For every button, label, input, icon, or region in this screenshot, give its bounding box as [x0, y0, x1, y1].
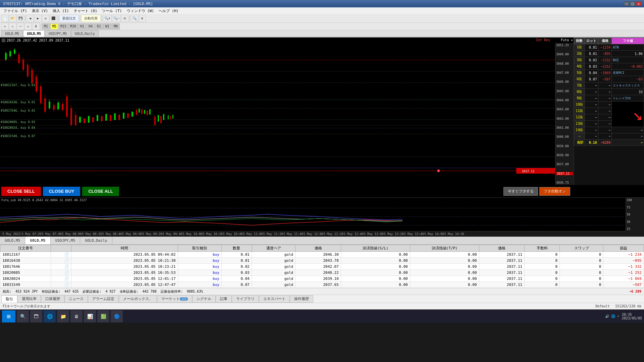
time-3: 5 May 08:00	[62, 232, 82, 236]
menu-file[interactable]: ファイル (F)	[1, 8, 29, 14]
toolbar-new-order[interactable]: 新規注文	[59, 15, 79, 22]
taskbar-taskview[interactable]: 🗖	[30, 310, 42, 322]
taskbar-search[interactable]: 🔍	[17, 310, 29, 322]
toolbar-fwd[interactable]: ▶	[34, 15, 42, 22]
sub-chart[interactable]: Futa_sub 49.9125 8.2643 42.8804 32.9365 …	[0, 198, 626, 231]
lot-end: −	[585, 133, 598, 139]
hline-tool[interactable]: ─	[17, 23, 24, 30]
main-chart[interactable]: ⬛ 2037.26 2037.42 2037.09 2037.11 Int Re…	[0, 38, 574, 185]
tf-m15[interactable]: M15	[59, 23, 68, 29]
minimize-button[interactable]: ─	[624, 1, 629, 6]
tf-h4[interactable]: H4	[87, 23, 95, 29]
pnl-10: −	[598, 102, 611, 108]
tab-article[interactable]: 記事	[216, 295, 232, 303]
seg-end: −	[574, 133, 585, 139]
price-3044: 3044.00	[556, 99, 573, 102]
toolbar-fit[interactable]: ⊡	[121, 15, 128, 22]
orders-tab-gold-daily[interactable]: GOLD,Daily	[80, 237, 112, 244]
close-buy-button[interactable]: CLOSE BUY	[43, 187, 80, 196]
tf-d1[interactable]: D1	[95, 23, 103, 29]
chart-tab-3[interactable]: GOLD,Daily	[71, 30, 99, 37]
tab-utilization[interactable]: 運用比率	[17, 295, 41, 303]
orders-tab-usdjpy[interactable]: USDJPY,M5	[51, 237, 80, 244]
order-swap-1: 0	[560, 252, 603, 258]
chart-tab-2[interactable]: USDJPY,M5	[45, 30, 70, 37]
orders-tab-gold-m5-1[interactable]: GOLD,M5	[25, 237, 50, 244]
taskbar-app1[interactable]: 🖥	[70, 310, 83, 322]
toolbar-back[interactable]: ◀	[26, 15, 34, 22]
menu-chart[interactable]: チャート (O)	[72, 8, 100, 14]
table-row: 7段 − − ストキャスティクス	[574, 82, 644, 89]
toolbar-open[interactable]: 📂	[9, 15, 16, 22]
futa-auto-button[interactable]: フタ自動オン	[539, 187, 570, 196]
toolbar-save[interactable]: 💾	[17, 15, 24, 22]
tab-history[interactable]: 口座履歴	[41, 295, 64, 303]
taskbar-app3[interactable]: 💹	[97, 310, 109, 322]
order-sl-6: 0.00	[341, 282, 410, 288]
tab-signal[interactable]: シグナル	[192, 295, 216, 303]
tf-w1[interactable]: W1	[103, 23, 111, 29]
futa-close[interactable]: Futa ✕	[561, 38, 573, 42]
tab-mailbox[interactable]: メールボックス。	[119, 295, 157, 303]
toolbar-zoom-out[interactable]: 🔍−	[112, 15, 121, 22]
time-11: 5 May 10:40	[223, 232, 243, 236]
order-pair-6: gold	[252, 282, 296, 288]
taskbar-edge[interactable]: 🌐	[44, 310, 56, 322]
order-icon-3: 📄	[51, 264, 71, 270]
futa-now-button[interactable]: 今すぐフタする	[503, 187, 538, 196]
toolbar-auto-trade[interactable]: 自動売買	[81, 15, 101, 22]
crosshair-tool[interactable]: ✛	[1, 23, 9, 30]
draw-tool[interactable]: ✏	[24, 23, 32, 30]
close-window-button[interactable]: ✕	[636, 1, 641, 6]
tab-news[interactable]: ニュース	[64, 295, 88, 303]
chart-tab-1[interactable]: GOLD,M5	[23, 30, 45, 37]
tf-h1[interactable]: H1	[78, 23, 86, 29]
time-7: 5 May 09:20	[142, 232, 162, 236]
toolbar-refresh[interactable]: ↻	[42, 15, 49, 22]
order-row-5: 18828024 📄 2023.05.05 12:01:17 buy 0.04 …	[0, 276, 644, 282]
menu-view[interactable]: 表示 (V)	[30, 8, 50, 14]
tab-expert[interactable]: エキスパート	[259, 295, 290, 303]
tf-m1[interactable]: M1	[42, 23, 50, 29]
order-sl-5: 0.00	[341, 276, 410, 282]
toolbar-stop[interactable]: ⬛	[50, 15, 57, 22]
menu-insert[interactable]: 挿入 (I)	[51, 8, 71, 14]
close-sell-button[interactable]: CLOSE SELL	[1, 187, 41, 196]
close-all-button[interactable]: CLOSE ALL	[82, 187, 119, 196]
taskbar-explorer[interactable]: 📁	[57, 310, 69, 322]
arrow-tool[interactable]: ↖	[9, 23, 16, 30]
toolbar-search[interactable]: 🔍	[131, 15, 138, 22]
menu-window[interactable]: ウィンドウ (W)	[125, 8, 156, 14]
tf-mn[interactable]: MN	[112, 23, 120, 29]
taskbar-app4[interactable]: 🔵	[111, 310, 123, 322]
sub-chart-svg	[0, 202, 626, 231]
toolbar-settings[interactable]: ⚙	[139, 15, 146, 22]
menu-tools[interactable]: ツール (T)	[100, 8, 124, 14]
toolbar-zoom-in[interactable]: 🔍+	[103, 15, 112, 22]
taskbar-app2[interactable]: 📊	[84, 310, 96, 322]
text-tool[interactable]: A	[32, 23, 40, 30]
start-button[interactable]: ⊞	[2, 310, 15, 322]
futa-end: −	[612, 133, 644, 139]
chart-tab-0[interactable]: GOLD,M5	[1, 30, 23, 37]
menu-help[interactable]: ヘルプ (H)	[157, 8, 181, 14]
clock: 20:352023/05/05	[622, 313, 642, 320]
order-pair-3: gold	[252, 264, 296, 270]
futa-9: トレンド方向	[612, 95, 644, 102]
tab-operation-log[interactable]: 操作履歴	[290, 295, 313, 303]
tf-m5[interactable]: M5	[50, 23, 58, 29]
tf-m30[interactable]: M30	[68, 23, 78, 29]
tab-alarm[interactable]: アラーム設定	[88, 295, 119, 303]
balance-value: 453 924 JPY	[15, 290, 38, 293]
order-icon-6: 📄	[51, 282, 71, 288]
order-sl-3: 0.00	[341, 264, 410, 270]
tab-trading[interactable]: 取引	[1, 295, 17, 303]
table-row: 5段 0.04 −1069 長期RCI	[574, 70, 644, 76]
orders-tab-gold-m5-0[interactable]: GOLD,M5	[0, 237, 25, 244]
total-lot: 0.18	[585, 139, 598, 146]
maximize-button[interactable]: □	[630, 1, 635, 6]
sub-scale-75: 75	[627, 206, 643, 209]
tab-market[interactable]: マーケット 122	[157, 295, 192, 303]
toolbar-new[interactable]: 📄	[1, 15, 9, 22]
tab-library[interactable]: ライブラリ	[232, 295, 259, 303]
